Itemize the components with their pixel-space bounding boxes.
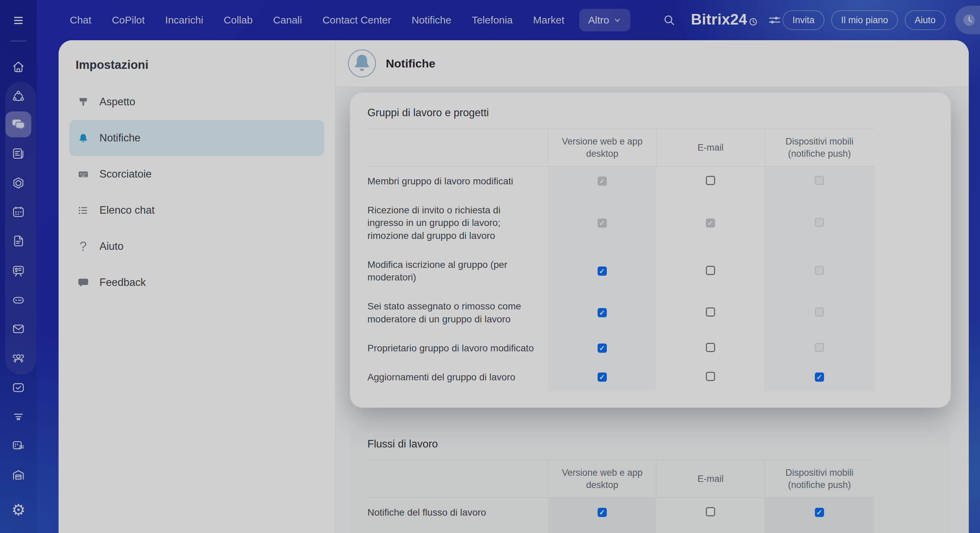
rail-item[interactable] — [5, 228, 31, 254]
rail-item[interactable] — [5, 375, 31, 401]
people-icon — [11, 351, 26, 366]
row-label: Sei stato assegnato o rimosso come moder… — [368, 292, 548, 333]
rail-item[interactable] — [5, 287, 31, 313]
settings-title: Impostazioni — [76, 58, 324, 72]
notification-row: Assegnazione del flusso di lavoro delega… — [368, 527, 874, 533]
nav-item[interactable]: Canali — [273, 14, 302, 26]
checkbox-email[interactable] — [706, 219, 715, 228]
checkbox-email[interactable] — [706, 266, 715, 275]
rail-item[interactable]: ⚙ — [5, 497, 31, 523]
notification-row: Notifiche del flusso di lavoro — [368, 498, 874, 527]
whiteboards-icon — [11, 263, 26, 278]
section-title: Gruppi di lavoro e progetti — [368, 107, 933, 119]
checkbox-email[interactable] — [706, 372, 715, 381]
settings-menu-item[interactable]: Scorciatoie — [70, 156, 324, 192]
rail-item[interactable] — [5, 404, 31, 429]
checkbox-push[interactable] — [815, 218, 824, 227]
profile-time-widget[interactable]: 16:49 — [955, 6, 980, 34]
section-title: Flussi di lavoro — [368, 438, 933, 450]
nav-item[interactable]: Collab — [224, 14, 253, 26]
rail-item[interactable] — [5, 54, 31, 80]
topbar-action-button[interactable]: Invita — [783, 10, 824, 30]
checkbox-push[interactable] — [815, 307, 824, 317]
empty-corner-cell — [368, 128, 548, 167]
rail-item[interactable] — [5, 258, 31, 284]
comment-icon — [76, 277, 91, 288]
settings-icon: ⚙ — [11, 502, 25, 518]
checkbox-web[interactable] — [598, 508, 607, 517]
checkbox-web[interactable] — [598, 343, 607, 353]
brand-clock-icon — [749, 12, 757, 29]
calendar-icon — [11, 204, 26, 219]
column-header-web: Versione web e app desktop — [548, 460, 656, 498]
settings-menu-item[interactable]: ? Aiuto — [70, 228, 324, 265]
nav-item[interactable]: Market — [533, 14, 565, 26]
rail-item[interactable] — [5, 8, 31, 34]
settings-menu-item[interactable]: Notifiche — [70, 120, 324, 156]
notification-table: Versione web e app desktop E-mail Dispos… — [368, 460, 874, 533]
notification-row: Modifica iscrizione al gruppo (per moder… — [368, 250, 874, 292]
sliders-icon — [767, 12, 783, 28]
documents-icon — [11, 233, 26, 249]
feed-icon — [11, 146, 26, 161]
rail-item[interactable] — [5, 199, 31, 225]
tune-sliders-button[interactable] — [767, 12, 783, 28]
nav-item[interactable]: Incarichi — [165, 14, 203, 26]
home-icon — [11, 59, 26, 74]
nav-item[interactable]: Notifiche — [412, 14, 452, 26]
checkbox-web[interactable] — [598, 372, 607, 382]
checkbox-push[interactable] — [815, 508, 824, 517]
rail-item[interactable] — [5, 83, 31, 109]
section-card-workgroups: Gruppi di lavoro e progetti Versione web… — [350, 93, 950, 407]
row-label: Assegnazione del flusso di lavoro delega… — [368, 527, 548, 533]
keyboard-icon — [76, 169, 91, 180]
checkbox-push[interactable] — [815, 266, 824, 275]
nav-item[interactable]: Contact Center — [323, 14, 391, 26]
notification-row: Aggiornamenti del gruppo di lavoro — [368, 362, 874, 392]
row-label: Membri gruppo di lavoro modificati — [368, 167, 548, 196]
warehouse-icon — [11, 468, 26, 483]
checkbox-push[interactable] — [815, 343, 824, 352]
settings-menu-item[interactable]: Feedback — [70, 265, 324, 301]
checkbox-web[interactable] — [598, 219, 607, 228]
checkbox-email[interactable] — [706, 176, 715, 185]
checkbox-email[interactable] — [706, 507, 715, 516]
rail-item[interactable] — [5, 171, 31, 196]
planner-icon — [11, 438, 26, 453]
rail-item[interactable] — [5, 463, 31, 488]
checkbox-push[interactable] — [815, 176, 824, 185]
checkbox-web[interactable] — [598, 266, 607, 276]
checkbox-web[interactable] — [598, 177, 607, 186]
nav-item[interactable]: Telefonia — [472, 14, 512, 26]
checkbox-email[interactable] — [706, 307, 715, 317]
settings-menu-label: Aiuto — [99, 240, 124, 252]
clock-icon — [962, 13, 976, 27]
search-button[interactable] — [662, 13, 676, 28]
nav-item[interactable]: CoPilot — [112, 14, 145, 26]
column-header-email: E-mail — [656, 128, 764, 167]
crm-icon — [11, 409, 26, 424]
mail-icon — [11, 321, 26, 337]
list-icon — [76, 205, 91, 216]
checkbox-web[interactable] — [598, 308, 607, 317]
settings-menu-label: Aspetto — [99, 96, 135, 108]
rail-item[interactable] — [5, 112, 31, 137]
more-menu-button[interactable]: Altro — [579, 9, 630, 31]
checkbox-push[interactable] — [815, 372, 824, 382]
topbar-action-button[interactable]: Aiuto — [905, 10, 946, 30]
settings-menu-label: Elenco chat — [99, 204, 154, 216]
rail-item[interactable] — [5, 432, 31, 458]
rail-item[interactable] — [5, 141, 31, 167]
row-label: Modifica iscrizione al gruppo (per moder… — [368, 250, 548, 292]
rail-item[interactable] — [5, 316, 31, 342]
checkbox-email[interactable] — [706, 343, 715, 352]
nav-item[interactable]: Chat — [70, 14, 91, 26]
left-rail: ⚙ — [0, 0, 37, 533]
row-label: Notifiche del flusso di lavoro — [368, 498, 548, 527]
rail-item[interactable] — [5, 346, 31, 372]
settings-menu-item[interactable]: Aspetto — [70, 84, 324, 120]
settings-menu-item[interactable]: Elenco chat — [70, 192, 324, 228]
topbar-action-button[interactable]: Il mio piano — [831, 10, 898, 30]
copilot-icon — [11, 89, 26, 104]
brand-logo: Bitrix24 — [691, 11, 757, 29]
